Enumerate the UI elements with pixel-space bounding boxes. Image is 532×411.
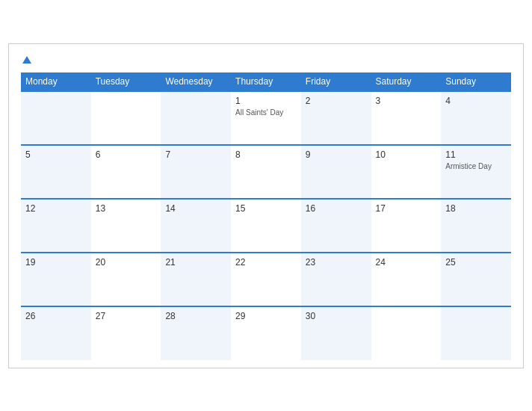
weekday-header-friday: Friday — [301, 72, 371, 91]
day-number: 29 — [235, 311, 297, 321]
day-number: 12 — [25, 203, 87, 214]
calendar-cell: 29 — [231, 306, 301, 360]
calendar-cell: 26 — [21, 306, 91, 360]
day-number: 16 — [306, 203, 367, 214]
calendar-cell: 25 — [441, 253, 511, 306]
day-number: 22 — [235, 257, 297, 268]
calendar-cell: 11Armistice Day — [441, 145, 511, 199]
holiday-label: Armistice Day — [445, 162, 507, 170]
day-number: 5 — [25, 149, 87, 160]
calendar-cell: 18 — [441, 199, 511, 253]
calendar-cell: 20 — [91, 253, 161, 306]
day-number: 23 — [306, 257, 367, 268]
calendar-cell — [441, 306, 511, 360]
calendar-cell: 3 — [371, 91, 442, 145]
logo — [21, 56, 31, 64]
calendar-table: MondayTuesdayWednesdayThursdayFridaySatu… — [21, 72, 511, 360]
day-number: 17 — [376, 203, 437, 214]
calendar-cell: 10 — [371, 145, 442, 199]
weekday-header-monday: Monday — [21, 72, 91, 91]
weekday-header-tuesday: Tuesday — [91, 72, 161, 91]
calendar-week-row: 567891011Armistice Day — [21, 145, 511, 199]
calendar-cell: 19 — [21, 253, 91, 306]
weekday-header-wednesday: Wednesday — [161, 72, 231, 91]
weekday-header-saturday: Saturday — [371, 72, 442, 91]
calendar-cell: 16 — [301, 199, 371, 253]
day-number: 10 — [376, 149, 437, 160]
calendar-cell: 17 — [371, 199, 442, 253]
calendar-cell: 15 — [231, 199, 301, 253]
calendar-cell: 28 — [161, 306, 231, 360]
day-number: 11 — [445, 149, 507, 160]
day-number: 28 — [165, 311, 226, 321]
calendar-cell: 12 — [21, 199, 91, 253]
day-number: 21 — [165, 257, 226, 268]
calendar-week-row: 2627282930 — [21, 306, 511, 360]
calendar-cell: 14 — [161, 199, 231, 253]
calendar-cell: 21 — [161, 253, 231, 306]
day-number: 7 — [165, 149, 226, 160]
day-number: 19 — [25, 257, 87, 268]
day-number: 24 — [376, 257, 437, 268]
calendar-cell: 5 — [21, 145, 91, 199]
day-number: 25 — [445, 257, 507, 268]
day-number: 3 — [376, 96, 437, 106]
calendar-cell: 8 — [231, 145, 301, 199]
day-number: 30 — [306, 311, 367, 321]
day-number: 13 — [96, 203, 157, 214]
calendar-cell: 30 — [301, 306, 371, 360]
day-number: 26 — [25, 311, 87, 321]
calendar-cell: 27 — [91, 306, 161, 360]
logo-triangle-icon — [22, 56, 31, 64]
day-number: 18 — [445, 203, 507, 214]
weekday-header-sunday: Sunday — [441, 72, 511, 91]
calendar-cell: 9 — [301, 145, 371, 199]
calendar-week-row: 19202122232425 — [21, 253, 511, 306]
calendar-week-row: 1All Saints' Day234 — [21, 91, 511, 145]
day-number: 6 — [96, 149, 157, 160]
calendar-cell: 1All Saints' Day — [231, 91, 301, 145]
day-number: 20 — [96, 257, 157, 268]
holiday-label: All Saints' Day — [235, 108, 297, 117]
weekday-header-thursday: Thursday — [231, 72, 301, 91]
calendar-cell — [91, 91, 161, 145]
calendar-cell — [371, 306, 442, 360]
day-number: 8 — [235, 149, 297, 160]
day-number: 15 — [235, 203, 297, 214]
day-number: 4 — [445, 96, 507, 106]
calendar-cell — [21, 91, 91, 145]
day-number: 2 — [306, 96, 367, 106]
calendar-cell: 22 — [231, 253, 301, 306]
calendar-cell: 24 — [371, 253, 442, 306]
calendar-cell: 6 — [91, 145, 161, 199]
day-number: 27 — [96, 311, 157, 321]
day-number: 9 — [306, 149, 367, 160]
calendar-header — [21, 56, 511, 64]
calendar-cell: 13 — [91, 199, 161, 253]
calendar-cell: 23 — [301, 253, 371, 306]
calendar-cell: 4 — [441, 91, 511, 145]
calendar-cell — [161, 91, 231, 145]
calendar-week-row: 12131415161718 — [21, 199, 511, 253]
day-number: 1 — [235, 96, 297, 106]
day-number: 14 — [165, 203, 226, 214]
calendar-cell: 2 — [301, 91, 371, 145]
calendar-container: MondayTuesdayWednesdayThursdayFridaySatu… — [8, 43, 524, 368]
calendar-cell: 7 — [161, 145, 231, 199]
weekday-header-row: MondayTuesdayWednesdayThursdayFridaySatu… — [21, 72, 511, 91]
